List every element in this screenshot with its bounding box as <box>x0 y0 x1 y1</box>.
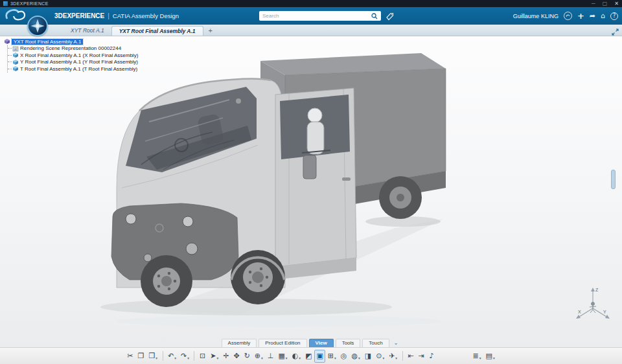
toolbar-views-button[interactable]: ▦▾ <box>276 350 290 363</box>
section-tab-label: Touch <box>369 340 382 346</box>
toolbar-rotate-button[interactable]: ↻ <box>242 350 252 363</box>
tree-guide <box>8 69 12 69</box>
tree-item-t-root[interactable]: T Root Final Assembly A.1 (T Root Final … <box>8 65 138 73</box>
bottom-toolbar: ✂ ❐ ❒▾ ↶▾ ↷▾ ⊡ ➤▾ ✛ ✥ ↻ ⊕▾ ⊥ ▦▾ ◐▾ ◩ ▣ ⊞… <box>0 347 622 364</box>
add-icon[interactable]: + <box>577 12 584 20</box>
section-tab-label: Tools <box>342 340 354 346</box>
minimize-button[interactable]: ─ <box>592 0 595 7</box>
toolbar-section-button[interactable]: ◩ <box>303 350 314 363</box>
normal-view-icon: ⊥ <box>268 352 274 359</box>
tree-guide <box>8 48 12 49</box>
section-tab-tools[interactable]: Tools <box>336 339 361 348</box>
3ds-logo[interactable] <box>0 8 26 25</box>
toolbar-cut-button[interactable]: ✂ <box>125 350 135 363</box>
toolbar-render-style-button[interactable]: ◐▾ <box>290 350 303 363</box>
dropdown-caret-icon: ▾ <box>216 356 218 360</box>
forward-icon: ⇥ <box>418 352 424 359</box>
hide-show-icon: ◍ <box>351 352 358 359</box>
viewport-3d[interactable]: YXT Root Final Assembly A.1 Rendering Sc… <box>0 36 622 347</box>
tree-item-label: Y Root Final Assembly A.1 (Y Root Final … <box>20 59 138 65</box>
help-icon[interactable]: ? <box>610 12 618 20</box>
compass-icon[interactable] <box>27 16 48 36</box>
toolbar-fly-button[interactable]: ✈▾ <box>387 350 400 363</box>
toolbar-normal-view-button[interactable]: ⊥ <box>265 350 276 363</box>
toolbar-fit-all-button[interactable]: ✛ <box>221 350 231 363</box>
maximize-button[interactable]: ▢ <box>603 0 608 7</box>
dropdown-caret-icon: ▾ <box>334 356 336 360</box>
title-divider: | <box>108 12 109 19</box>
toolbar-swap-space-button[interactable]: ◨ <box>362 350 373 363</box>
toolbar-turntable-button[interactable]: ♪ <box>426 350 437 363</box>
tree-item-rendering-scene[interactable]: Rendering Scene Representation 00002244 <box>8 45 138 52</box>
tab-label: XYT Root A.1 <box>71 27 104 34</box>
grid-icon: ⊞ <box>328 352 334 359</box>
toolbar-grid-button[interactable]: ⊞▾ <box>325 350 338 363</box>
assembly-root-icon <box>4 38 10 45</box>
toolbar-rewind-button[interactable]: ⇤ <box>406 350 416 363</box>
toolbar-capture-button[interactable]: ⊙▾ <box>374 350 387 363</box>
search-icon[interactable] <box>371 13 378 19</box>
close-button[interactable]: ✕ <box>614 0 619 7</box>
copy-icon: ❐ <box>138 352 144 359</box>
section-tab-view[interactable]: View <box>309 339 334 348</box>
section-tab-product-edition[interactable]: Product Edition <box>259 339 306 348</box>
share-icon[interactable]: ➦ <box>590 12 595 19</box>
new-tab-button[interactable]: + <box>203 25 218 36</box>
toolbar-tree-options-button[interactable]: ≣▾ <box>470 350 483 363</box>
dropdown-caret-icon: ▾ <box>156 356 157 360</box>
dropdown-caret-icon: ▾ <box>261 356 263 360</box>
toolbar-pan-button[interactable]: ✥ <box>231 350 242 363</box>
toolbar-zoom-area-button[interactable]: ⊡ <box>197 350 207 363</box>
section-tab-assembly[interactable]: Assembly <box>222 339 257 348</box>
toolbar-paste-button[interactable]: ❒▾ <box>146 350 160 363</box>
zoom-icon: ⊕ <box>255 352 260 359</box>
toolbar-forward-button[interactable]: ⇥ <box>416 350 426 363</box>
section-tab-label: Product Edition <box>265 340 300 346</box>
truck-model[interactable] <box>84 43 460 334</box>
toolbar-redo-button[interactable]: ↷▾ <box>179 350 192 363</box>
section-tabs-chevron-icon[interactable]: ⌄ <box>391 340 401 347</box>
search-box[interactable] <box>259 11 381 21</box>
section-tab-touch[interactable]: Touch <box>362 339 389 348</box>
toolbar-undo-button[interactable]: ↶▾ <box>166 350 179 363</box>
pan-icon: ✥ <box>233 352 239 359</box>
zoom-area-icon: ⊡ <box>200 352 205 359</box>
toolbar-copy-button[interactable]: ❐ <box>135 350 146 363</box>
toolbar-separator <box>402 351 403 361</box>
toolbar-select-button[interactable]: ➤▾ <box>208 350 221 363</box>
axis-triad[interactable]: Z X Y <box>573 285 614 323</box>
toolbar-shading-button[interactable]: ▣ <box>314 350 325 363</box>
toolbar-compass-button[interactable]: ◎ <box>338 350 349 363</box>
app-name: CATIA Assembly Design <box>113 12 179 19</box>
window-controls: ─ ▢ ✕ <box>592 0 619 7</box>
toolbar-hide-show-button[interactable]: ◍▾ <box>349 350 362 363</box>
brand-text: 3DEXPERIENCE <box>54 12 104 19</box>
toolbar-zoom-button[interactable]: ⊕▾ <box>252 350 265 363</box>
swym-icon[interactable] <box>564 12 572 20</box>
side-panel-handle[interactable] <box>611 170 616 189</box>
toolbar-separator <box>194 351 194 361</box>
tree-item-label: YXT Root Final Assembly A.1 <box>12 39 83 45</box>
tag-icon[interactable] <box>386 12 394 23</box>
tree-item-root[interactable]: YXT Root Final Assembly A.1 <box>4 38 138 45</box>
tab-yxt-root-final-assembly[interactable]: YXT Root Final Assembly A.1 <box>111 26 203 36</box>
user-name[interactable]: Guillaume KLING <box>513 13 559 19</box>
home-icon[interactable]: ⌂ <box>601 12 605 19</box>
toolbar-separator <box>163 351 163 361</box>
render-style-icon: ◐ <box>292 352 299 359</box>
undo-icon: ↶ <box>168 352 174 359</box>
fit-all-icon: ✛ <box>223 352 229 359</box>
tab-xyt-root[interactable]: XYT Root A.1 <box>63 25 111 36</box>
toolbar-window-layout-button[interactable]: ▤▾ <box>483 350 497 363</box>
search-input[interactable] <box>262 13 371 19</box>
actionbar-section-tabs: Assembly Product Edition View Tools Touc… <box>0 338 622 347</box>
cut-icon: ✂ <box>127 352 133 359</box>
tree-item-y-root[interactable]: Y Root Final Assembly A.1 (Y Root Final … <box>8 59 138 66</box>
dropdown-caret-icon: ▾ <box>187 356 189 360</box>
tree-item-x-root[interactable]: X Root Final Assembly A.1 (X Root Final … <box>8 52 138 59</box>
mannequin-icon <box>590 302 596 313</box>
tree-item-label: T Root Final Assembly A.1 (T Root Final … <box>20 66 137 72</box>
paste-icon: ❒ <box>148 352 155 359</box>
assembly-icon <box>12 52 19 58</box>
dropdown-caret-icon: ▾ <box>358 356 360 360</box>
